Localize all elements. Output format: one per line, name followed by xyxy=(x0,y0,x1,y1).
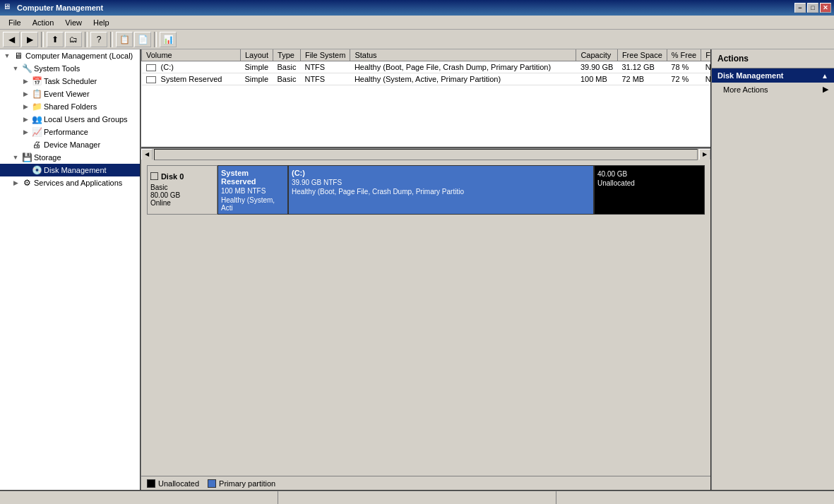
col-layout[interactable]: Layout xyxy=(241,49,273,61)
toolbar-sep-1 xyxy=(41,32,44,47)
seg-c-label: (C:) xyxy=(292,169,590,177)
system-tools-expand: ▼ xyxy=(10,63,21,74)
tree-item-task-scheduler[interactable]: ▶ 📅 Task Scheduler xyxy=(0,75,140,88)
scroll-right-button[interactable]: ▶ xyxy=(699,149,710,160)
menu-view[interactable]: View xyxy=(59,17,88,28)
close-button[interactable]: ✕ xyxy=(820,3,831,13)
status-seg-3 xyxy=(556,491,834,504)
tree-item-local-users-groups[interactable]: ▶ 👥 Local Users and Groups xyxy=(0,113,140,126)
tree-item-device-manager[interactable]: ▶ 🖨 Device Manager xyxy=(0,138,140,151)
performance-expand: ▶ xyxy=(20,126,31,138)
table-row[interactable]: (C:) Simple Basic NTFS Healthy (Boot, Pa… xyxy=(142,61,711,73)
table-row[interactable]: System Reserved Simple Basic NTFS Health… xyxy=(142,73,711,85)
tree-item-system-tools[interactable]: ▼ 🔧 System Tools xyxy=(0,62,140,75)
tree-item-event-viewer[interactable]: ▶ 📋 Event Viewer xyxy=(0,88,140,100)
seg-c-detail1: 39.90 GB NTFS xyxy=(292,179,590,186)
content-area: Volume Layout Type File System Status Ca… xyxy=(141,49,834,490)
row1-status: Healthy (Boot, Page File, Crash Dump, Pr… xyxy=(350,61,576,73)
disk-visual-area: □ Disk 0 Basic 80.00 GB Online System Re… xyxy=(141,160,710,223)
task-scheduler-expand: ▶ xyxy=(20,76,31,87)
toolbar-help[interactable]: ? xyxy=(90,32,107,47)
row2-fault-tolerance: No xyxy=(701,73,710,85)
row2-pct-free: 72 % xyxy=(667,73,701,85)
event-viewer-icon: 📋 xyxy=(31,88,42,100)
window-controls: − □ ✕ xyxy=(794,3,831,13)
row2-free-space: 72 MB xyxy=(617,73,667,85)
col-type[interactable]: Type xyxy=(273,49,301,61)
tree-root[interactable]: ▼ 🖥 Computer Management (Local) xyxy=(0,49,140,62)
menu-file[interactable]: File xyxy=(3,17,27,28)
performance-icon: 📈 xyxy=(31,126,42,138)
local-users-label: Local Users and Groups xyxy=(44,115,128,124)
main-content: Volume Layout Type File System Status Ca… xyxy=(141,49,710,490)
col-pct-free[interactable]: % Free xyxy=(667,49,701,61)
toolbar-up[interactable]: ⬆ xyxy=(47,32,64,47)
minimize-button[interactable]: − xyxy=(794,3,806,13)
col-volume[interactable]: Volume xyxy=(142,49,241,61)
disk-icon-c xyxy=(146,64,156,71)
toolbar-forward[interactable]: ▶ xyxy=(21,32,38,47)
root-expand-icon: ▼ xyxy=(1,50,13,61)
toolbar-sep-4 xyxy=(154,32,157,47)
toolbar-back[interactable]: ◀ xyxy=(3,32,20,47)
disk-icon-sysres xyxy=(146,76,156,83)
disk-segments: System Reserved 100 MB NTFS Healthy (Sys… xyxy=(218,165,705,215)
task-scheduler-label: Task Scheduler xyxy=(44,77,97,85)
row1-pct-free: 78 % xyxy=(667,61,701,73)
disk-label-box: □ Disk 0 Basic 80.00 GB Online xyxy=(147,165,218,215)
toolbar-show-hide[interactable]: 🗂 xyxy=(65,32,82,47)
toolbar-export[interactable]: 📊 xyxy=(160,32,177,47)
tree-item-disk-management[interactable]: ▶ 💿 Disk Management xyxy=(0,164,140,176)
services-label: Services and Applications xyxy=(34,179,122,187)
disk-name: □ Disk 0 xyxy=(150,169,214,184)
scroll-left-button[interactable]: ◀ xyxy=(141,149,153,160)
row2-filesystem: NTFS xyxy=(300,73,350,85)
tree-item-performance[interactable]: ▶ 📈 Performance xyxy=(0,126,140,138)
local-users-icon: 👥 xyxy=(31,114,42,125)
title-bar: 🖥 Computer Management − □ ✕ xyxy=(0,0,834,16)
row1-volume: (C:) xyxy=(142,61,241,73)
disk-table: Volume Layout Type File System Status Ca… xyxy=(141,49,710,85)
actions-panel: Actions Disk Management ▲ More Actions ▶ xyxy=(710,49,834,490)
toolbar-properties[interactable]: 📋 xyxy=(116,32,133,47)
toolbar-new-window[interactable]: 📄 xyxy=(134,32,151,47)
menu-help[interactable]: Help xyxy=(88,17,115,28)
maximize-button[interactable]: □ xyxy=(807,3,818,13)
seg-sysres-detail1: 100 MB NTFS xyxy=(221,187,285,195)
system-tools-label: System Tools xyxy=(34,64,80,73)
c-drive-segment[interactable]: (C:) 39.90 GB NTFS Healthy (Boot, Page F… xyxy=(289,166,595,214)
system-reserved-segment[interactable]: System Reserved 100 MB NTFS Healthy (Sys… xyxy=(218,166,289,214)
status-seg-1 xyxy=(0,491,278,504)
menu-bar: File Action View Help xyxy=(0,16,834,30)
more-actions-link[interactable]: More Actions ▶ xyxy=(712,83,834,96)
tree-item-storage[interactable]: ▼ 💾 Storage xyxy=(0,151,140,164)
row1-free-space: 31.12 GB xyxy=(617,61,667,73)
tree-item-services-apps[interactable]: ▶ ⚙ Services and Applications xyxy=(0,176,140,189)
disk-type: Basic xyxy=(150,184,214,191)
col-status[interactable]: Status xyxy=(350,49,576,61)
disk-size: 80.00 GB xyxy=(150,191,214,199)
tree-item-shared-folders[interactable]: ▶ 📁 Shared Folders xyxy=(0,100,140,113)
event-viewer-label: Event Viewer xyxy=(44,90,90,98)
h-scroll-area: ◀ ▶ xyxy=(141,148,710,160)
shared-folders-label: Shared Folders xyxy=(44,102,97,111)
legend-primary-label: Primary partition xyxy=(219,479,275,488)
col-capacity[interactable]: Capacity xyxy=(576,49,617,61)
col-filesystem[interactable]: File System xyxy=(300,49,350,61)
device-manager-label: Device Manager xyxy=(44,140,100,149)
toolbar-sep-2 xyxy=(85,32,88,47)
unallocated-segment[interactable]: 40.00 GB Unallocated xyxy=(595,166,704,214)
row1-type: Basic xyxy=(273,61,301,73)
event-viewer-expand: ▶ xyxy=(20,88,31,100)
col-free-space[interactable]: Free Space xyxy=(617,49,667,61)
menu-action[interactable]: Action xyxy=(27,17,60,28)
row1-capacity: 39.90 GB xyxy=(576,61,617,73)
window-title: Computer Management xyxy=(17,4,794,12)
h-scroll-track[interactable] xyxy=(154,149,698,160)
more-actions-arrow: ▶ xyxy=(823,85,828,94)
shared-folders-icon: 📁 xyxy=(31,101,42,112)
col-fault-tolerance[interactable]: Fault Toleran xyxy=(701,49,710,61)
right-panel: Volume Layout Type File System Status Ca… xyxy=(141,49,834,490)
main-container: ▼ 🖥 Computer Management (Local) ▼ 🔧 Syst… xyxy=(0,49,834,490)
app-icon: 🖥 xyxy=(3,2,14,13)
